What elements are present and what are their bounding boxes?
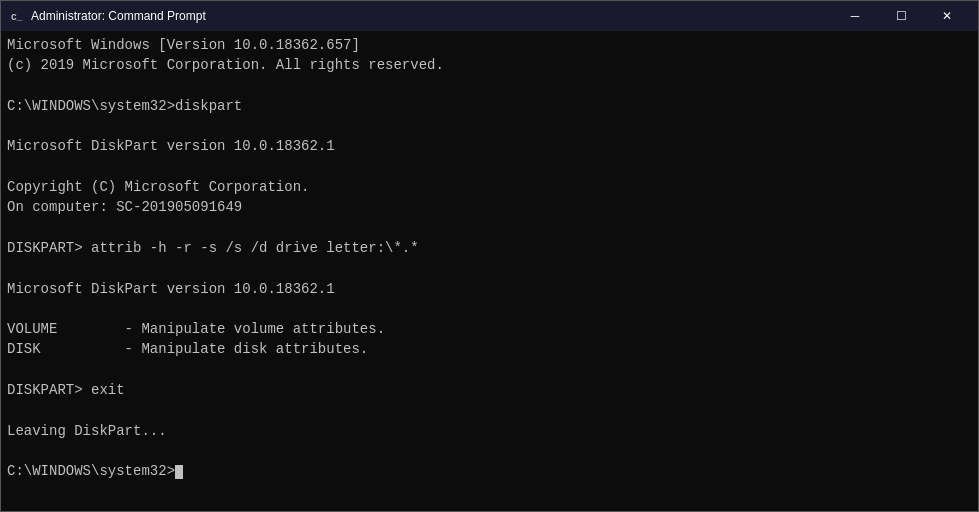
console-line: DISKPART> attrib -h -r -s /s /d drive le… bbox=[7, 238, 972, 258]
svg-text:C_: C_ bbox=[11, 12, 23, 23]
console-line: Microsoft Windows [Version 10.0.18362.65… bbox=[7, 35, 972, 55]
console-line bbox=[7, 157, 972, 177]
console-line: Microsoft DiskPart version 10.0.18362.1 bbox=[7, 279, 972, 299]
cmd-icon: C_ bbox=[9, 8, 25, 24]
console-output[interactable]: Microsoft Windows [Version 10.0.18362.65… bbox=[1, 31, 978, 511]
console-line: Leaving DiskPart... bbox=[7, 421, 972, 441]
console-line bbox=[7, 116, 972, 136]
console-line: DISKPART> exit bbox=[7, 380, 972, 400]
console-line: (c) 2019 Microsoft Corporation. All righ… bbox=[7, 55, 972, 75]
console-cursor bbox=[175, 465, 183, 479]
console-line bbox=[7, 441, 972, 461]
console-line bbox=[7, 76, 972, 96]
console-line bbox=[7, 360, 972, 380]
console-line bbox=[7, 299, 972, 319]
console-line: Microsoft DiskPart version 10.0.18362.1 bbox=[7, 136, 972, 156]
console-line: On computer: SC-201905091649 bbox=[7, 197, 972, 217]
cmd-window: C_ Administrator: Command Prompt ─ ☐ ✕ M… bbox=[0, 0, 979, 512]
console-line: C:\WINDOWS\system32>diskpart bbox=[7, 96, 972, 116]
console-line: C:\WINDOWS\system32> bbox=[7, 461, 972, 481]
window-title: Administrator: Command Prompt bbox=[31, 9, 832, 23]
console-line bbox=[7, 400, 972, 420]
minimize-button[interactable]: ─ bbox=[832, 1, 878, 31]
maximize-button[interactable]: ☐ bbox=[878, 1, 924, 31]
console-line: VOLUME - Manipulate volume attributes. bbox=[7, 319, 972, 339]
console-line bbox=[7, 258, 972, 278]
title-bar: C_ Administrator: Command Prompt ─ ☐ ✕ bbox=[1, 1, 978, 31]
window-controls: ─ ☐ ✕ bbox=[832, 1, 970, 31]
console-line bbox=[7, 218, 972, 238]
close-button[interactable]: ✕ bbox=[924, 1, 970, 31]
console-line: DISK - Manipulate disk attributes. bbox=[7, 339, 972, 359]
console-line: Copyright (C) Microsoft Corporation. bbox=[7, 177, 972, 197]
